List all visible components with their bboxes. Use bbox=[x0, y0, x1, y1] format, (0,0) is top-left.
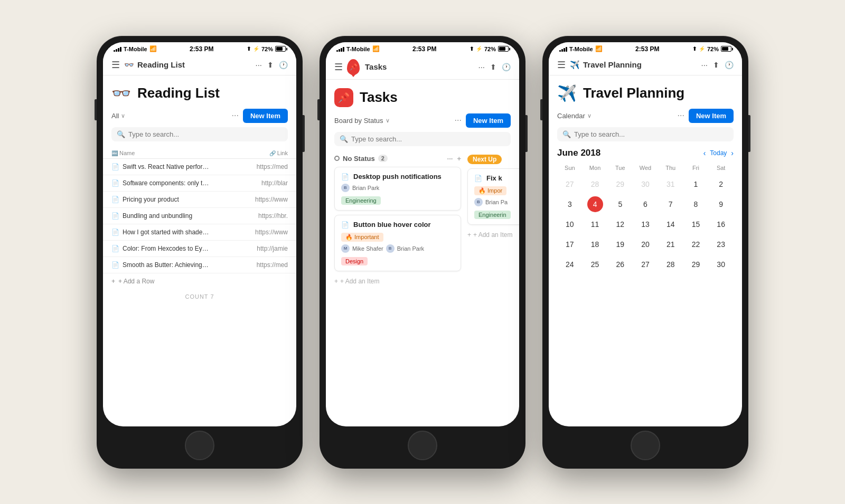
col-dots-icon[interactable]: ··· bbox=[447, 155, 453, 163]
cal-day-28[interactable]: 28 bbox=[666, 254, 675, 274]
view-chevron-1: ∨ bbox=[121, 112, 125, 119]
card-doc-icon-next-1: 📄 bbox=[474, 175, 482, 182]
page-title-1: Reading List bbox=[137, 85, 220, 101]
view-selector-2[interactable]: Board by Status ∨ bbox=[334, 117, 390, 125]
share-icon-2[interactable]: ⬆ bbox=[490, 63, 496, 71]
cal-day-18[interactable]: 18 bbox=[591, 234, 599, 254]
search-input-1[interactable] bbox=[128, 130, 283, 138]
cal-day-1[interactable]: 1 bbox=[694, 174, 698, 194]
new-item-btn-3[interactable]: New Item bbox=[689, 109, 734, 123]
hamburger-icon-3[interactable]: ☰ bbox=[557, 59, 566, 71]
hamburger-icon-1[interactable]: ☰ bbox=[111, 59, 120, 71]
card-person-name-1: Brian Park bbox=[352, 185, 379, 191]
carrier-1: T-Mobile bbox=[124, 46, 147, 52]
new-item-btn-2[interactable]: New Item bbox=[466, 113, 511, 128]
ellipsis-icon-2[interactable]: ··· bbox=[478, 62, 485, 71]
cal-day-9[interactable]: 9 bbox=[719, 194, 723, 214]
cal-day-27[interactable]: 27 bbox=[641, 254, 650, 274]
nav-app-icon-3: ✈️ bbox=[570, 60, 580, 70]
cal-prev-btn[interactable]: ‹ bbox=[703, 149, 706, 157]
card-doc-icon-1: 📄 bbox=[341, 173, 349, 180]
cal-next-btn[interactable]: › bbox=[731, 149, 734, 157]
cal-day-25[interactable]: 25 bbox=[591, 254, 599, 274]
cal-day-4-today[interactable]: 4 bbox=[587, 196, 603, 212]
row-link-1: http://blar bbox=[251, 179, 288, 187]
home-button-1[interactable] bbox=[185, 431, 214, 460]
cal-day-30p[interactable]: 30 bbox=[641, 174, 650, 194]
cal-day-29[interactable]: 29 bbox=[692, 254, 700, 274]
share-icon-3[interactable]: ⬆ bbox=[713, 61, 719, 69]
view-selector-1[interactable]: All ∨ bbox=[111, 112, 125, 120]
weekday-thu: Thu bbox=[658, 165, 683, 171]
cal-day-16[interactable]: 16 bbox=[717, 214, 725, 234]
row-link-6: https://med bbox=[251, 261, 288, 269]
share-icon-1[interactable]: ⬆ bbox=[267, 61, 274, 69]
nav-app-icon-1: 👓 bbox=[124, 60, 134, 70]
page-content-2: 📌 Tasks Board by Status ∨ ··· New Item bbox=[326, 80, 519, 426]
nav-title-text-2: Tasks bbox=[365, 62, 387, 71]
cal-day-23[interactable]: 23 bbox=[717, 234, 725, 254]
cal-day-27p[interactable]: 27 bbox=[566, 174, 574, 194]
table-row: 📄 Software components: only the gian htt… bbox=[103, 175, 296, 192]
cal-day-21[interactable]: 21 bbox=[666, 234, 675, 254]
toolbar-dots-1[interactable]: ··· bbox=[232, 111, 239, 120]
board-card-next-1[interactable]: 📄 Fix k 🔥 Impor B Brian Pa Engineerin bbox=[467, 168, 519, 225]
cal-day-6[interactable]: 6 bbox=[643, 194, 647, 214]
view-selector-3[interactable]: Calendar ∨ bbox=[557, 112, 592, 120]
history-icon-3[interactable]: 🕐 bbox=[725, 61, 734, 69]
cal-day-3[interactable]: 3 bbox=[568, 194, 572, 214]
cal-day-7[interactable]: 7 bbox=[669, 194, 673, 214]
cal-day-26[interactable]: 26 bbox=[616, 254, 624, 274]
col-plus-icon[interactable]: + bbox=[457, 155, 461, 163]
search-input-3[interactable] bbox=[574, 130, 728, 138]
history-icon-2[interactable]: 🕐 bbox=[502, 63, 511, 71]
board-card-2[interactable]: 📄 Button blue hover color 🔥 Important M … bbox=[334, 215, 461, 271]
cal-day-22[interactable]: 22 bbox=[692, 234, 700, 254]
cal-day-13[interactable]: 13 bbox=[641, 214, 650, 234]
cal-day-28p[interactable]: 28 bbox=[591, 174, 599, 194]
page-icon-tasks: 📌 bbox=[334, 88, 353, 107]
view-label-1: All bbox=[111, 112, 119, 120]
status-bar-3: T-Mobile 📶 2:53 PM ⬆ ⚡ 72% bbox=[549, 42, 742, 55]
phone-travel-planning: T-Mobile 📶 2:53 PM ⬆ ⚡ 72% ☰ ✈️ bbox=[542, 36, 748, 469]
page-header-2: 📌 Tasks bbox=[326, 80, 519, 111]
board-card-1[interactable]: 📄 Desktop push notifications B Brian Par… bbox=[334, 167, 461, 211]
ellipsis-icon-3[interactable]: ··· bbox=[701, 60, 708, 69]
add-item-btn-no-status[interactable]: + + Add an Item bbox=[334, 275, 461, 287]
cal-day-17[interactable]: 17 bbox=[566, 234, 574, 254]
cal-day-19[interactable]: 19 bbox=[616, 234, 624, 254]
history-icon-1[interactable]: 🕐 bbox=[279, 61, 288, 69]
table-header-1: 🔤 Name 🔗 Link bbox=[103, 148, 296, 159]
ellipsis-icon-1[interactable]: ··· bbox=[255, 60, 262, 69]
toolbar-right-2: ··· New Item bbox=[455, 113, 511, 128]
cal-day-20[interactable]: 20 bbox=[641, 234, 650, 254]
cal-day-24[interactable]: 24 bbox=[566, 254, 574, 274]
cal-day-10[interactable]: 10 bbox=[566, 214, 574, 234]
cal-day-12[interactable]: 12 bbox=[616, 214, 624, 234]
cal-day-31p[interactable]: 31 bbox=[666, 174, 675, 194]
doc-icon: 📄 bbox=[111, 261, 119, 269]
add-row-btn-1[interactable]: + + Add a Row bbox=[103, 273, 296, 289]
cal-day-29p[interactable]: 29 bbox=[616, 174, 624, 194]
home-button-3[interactable] bbox=[631, 431, 660, 460]
cal-day-30[interactable]: 30 bbox=[717, 254, 725, 274]
new-item-btn-1[interactable]: New Item bbox=[243, 109, 288, 123]
cal-day-2[interactable]: 2 bbox=[719, 174, 723, 194]
search-icon-2: 🔍 bbox=[340, 135, 348, 143]
today-btn[interactable]: Today bbox=[710, 149, 727, 157]
cal-day-5[interactable]: 5 bbox=[618, 194, 622, 214]
phone-reading-list: T-Mobile 📶 2:53 PM ⬆ ⚡ 72% ☰ 👓 bbox=[97, 36, 303, 469]
cal-day-11[interactable]: 11 bbox=[591, 214, 599, 234]
cal-day-14[interactable]: 14 bbox=[666, 214, 675, 234]
search-input-2[interactable] bbox=[351, 135, 505, 143]
add-item-btn-next-up[interactable]: + + Add an Item bbox=[467, 229, 519, 241]
row-link-5: http://jamie bbox=[251, 245, 288, 252]
location-1: ⬆ bbox=[247, 46, 251, 52]
col-header-icons-no-status: ··· + bbox=[447, 155, 461, 163]
hamburger-icon-2[interactable]: ☰ bbox=[334, 61, 343, 73]
toolbar-dots-3[interactable]: ··· bbox=[678, 111, 684, 120]
toolbar-dots-2[interactable]: ··· bbox=[455, 116, 462, 125]
cal-day-15[interactable]: 15 bbox=[692, 214, 700, 234]
cal-day-8[interactable]: 8 bbox=[694, 194, 698, 214]
home-button-2[interactable] bbox=[408, 431, 437, 460]
